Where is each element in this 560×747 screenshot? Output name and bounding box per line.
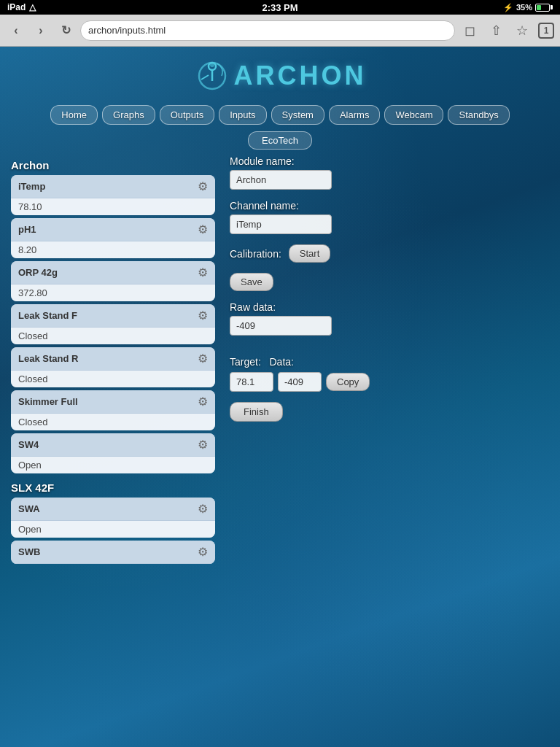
target-data-label: Target: Data: bbox=[230, 356, 549, 368]
module-name-input[interactable] bbox=[230, 170, 332, 190]
device-value-leakf: Closed bbox=[11, 328, 215, 344]
status-bar: iPad △ 2:33 PM ⚡ 35% bbox=[0, 0, 560, 15]
logo-text: ARCHON bbox=[234, 61, 367, 91]
raw-data-group: Raw data: bbox=[230, 301, 549, 346]
tab-count[interactable]: 1 bbox=[538, 23, 554, 39]
status-left: iPad △ bbox=[7, 2, 36, 12]
gear-icon-sw4[interactable]: ⚙ bbox=[198, 438, 208, 452]
calibration-label: Calibration: bbox=[230, 248, 281, 260]
target-value-input[interactable] bbox=[230, 372, 273, 392]
device-name-leakf: Leak Stand F bbox=[18, 310, 77, 321]
device-value-swa: Open bbox=[11, 521, 215, 538]
device-card-leakr: Leak Stand R ⚙ Closed bbox=[11, 347, 215, 387]
device-value-itemp: 78.10 bbox=[11, 198, 215, 215]
status-right: ⚡ 35% bbox=[503, 3, 553, 12]
nav-system[interactable]: System bbox=[271, 105, 324, 125]
device-panel: Archon iTemp ⚙ 78.10 pH1 ⚙ 8.20 ORP 42g … bbox=[11, 155, 215, 567]
device-card-swb: SWB ⚙ bbox=[11, 541, 215, 564]
device-card-leakf-header: Leak Stand F ⚙ bbox=[11, 304, 215, 328]
nav-outputs[interactable]: Outputs bbox=[160, 105, 215, 125]
device-card-skimmer-header: Skimmer Full ⚙ bbox=[11, 390, 215, 414]
browser-actions: ◻ ⇧ ☆ 1 bbox=[459, 20, 554, 41]
gear-icon-swb[interactable]: ⚙ bbox=[198, 545, 208, 559]
calibration-row: Calibration: Start bbox=[230, 244, 549, 263]
svg-line-3 bbox=[201, 75, 209, 80]
nav-home[interactable]: Home bbox=[50, 105, 98, 125]
nav-graphs[interactable]: Graphs bbox=[102, 105, 155, 125]
settings-panel: Module name: Channel name: Calibration: … bbox=[230, 155, 549, 567]
reload-button[interactable]: ↻ bbox=[55, 20, 76, 41]
device-name-leakr: Leak Stand R bbox=[18, 353, 78, 364]
copy-button[interactable]: Copy bbox=[326, 373, 370, 391]
time-display: 2:33 PM bbox=[262, 2, 298, 13]
device-card-itemp-header: iTemp ⚙ bbox=[11, 175, 215, 198]
nav-bar: Home Graphs Outputs Inputs System Alarms… bbox=[0, 101, 560, 128]
finish-row: Finish bbox=[230, 402, 549, 422]
device-card-swa-header: SWA ⚙ bbox=[11, 498, 215, 521]
device-value-leakr: Closed bbox=[11, 371, 215, 387]
device-card-itemp: iTemp ⚙ 78.10 bbox=[11, 175, 215, 215]
gear-icon-itemp[interactable]: ⚙ bbox=[198, 179, 208, 193]
logo-container: ARCHON bbox=[194, 58, 367, 94]
group-archon-label: Archon bbox=[11, 155, 215, 175]
gear-icon-ph1[interactable]: ⚙ bbox=[198, 222, 208, 236]
gear-icon-skimmer[interactable]: ⚙ bbox=[198, 395, 208, 409]
gear-icon-orp[interactable]: ⚙ bbox=[198, 266, 208, 279]
nav-ecotech[interactable]: EcoTech bbox=[248, 131, 312, 150]
device-value-ph1: 8.20 bbox=[11, 241, 215, 258]
device-card-skimmer: Skimmer Full ⚙ Closed bbox=[11, 390, 215, 430]
battery-percent: 35% bbox=[516, 3, 532, 12]
device-value-orp: 372.80 bbox=[11, 285, 215, 301]
nav-inputs[interactable]: Inputs bbox=[219, 105, 266, 125]
back-button[interactable]: ‹ bbox=[6, 20, 26, 41]
bookmark-button[interactable]: ☆ bbox=[512, 20, 532, 41]
browser-bar: ‹ › ↻ archon/inputs.html ◻ ⇧ ☆ 1 bbox=[0, 15, 560, 47]
wifi-icon: △ bbox=[29, 2, 36, 12]
device-card-ph1: pH1 ⚙ 8.20 bbox=[11, 218, 215, 258]
finish-button[interactable]: Finish bbox=[230, 402, 283, 422]
gear-icon-swa[interactable]: ⚙ bbox=[198, 502, 208, 516]
device-card-leakr-header: Leak Stand R ⚙ bbox=[11, 347, 215, 371]
gear-icon-leakf[interactable]: ⚙ bbox=[198, 309, 208, 322]
nav-secondary-bar: EcoTech bbox=[0, 128, 560, 155]
carrier-label: iPad bbox=[7, 2, 26, 12]
battery-indicator bbox=[535, 4, 553, 12]
nav-webcam[interactable]: Webcam bbox=[384, 105, 443, 125]
raw-data-input[interactable] bbox=[230, 316, 332, 336]
logo-icon bbox=[194, 58, 230, 94]
main-layout: Archon iTemp ⚙ 78.10 pH1 ⚙ 8.20 ORP 42g … bbox=[0, 155, 560, 567]
device-card-sw4-header: SW4 ⚙ bbox=[11, 433, 215, 457]
forward-button[interactable]: › bbox=[31, 20, 51, 41]
start-button[interactable]: Start bbox=[289, 244, 330, 263]
bluetooth-icon: ⚡ bbox=[503, 3, 513, 12]
site-header: ARCHON bbox=[0, 47, 560, 101]
module-name-group: Module name: bbox=[230, 155, 549, 190]
device-name-sw4: SW4 bbox=[18, 439, 39, 450]
device-value-skimmer: Closed bbox=[11, 414, 215, 430]
nav-standbys[interactable]: Standbys bbox=[448, 105, 509, 125]
channel-name-input[interactable] bbox=[230, 214, 332, 234]
channel-name-label: Channel name: bbox=[230, 200, 549, 212]
device-name-ph1: pH1 bbox=[18, 224, 36, 235]
share-button[interactable]: ◻ bbox=[459, 20, 480, 41]
device-name-itemp: iTemp bbox=[18, 181, 45, 192]
device-name-swb: SWB bbox=[18, 546, 40, 557]
svg-point-4 bbox=[210, 63, 214, 67]
url-bar[interactable]: archon/inputs.html bbox=[80, 20, 455, 41]
url-text: archon/inputs.html bbox=[88, 25, 166, 36]
content-area: ARCHON Home Graphs Outputs Inputs System… bbox=[0, 47, 560, 567]
save-button[interactable]: Save bbox=[230, 273, 273, 291]
gear-icon-leakr[interactable]: ⚙ bbox=[198, 352, 208, 365]
nav-alarms[interactable]: Alarms bbox=[329, 105, 380, 125]
device-card-ph1-header: pH1 ⚙ bbox=[11, 218, 215, 241]
channel-name-group: Channel name: bbox=[230, 200, 549, 234]
target-inputs: Copy bbox=[230, 372, 549, 392]
group-slx-label: SLX 42F bbox=[11, 478, 215, 498]
device-card-orp: ORP 42g ⚙ 372.80 bbox=[11, 261, 215, 301]
device-card-orp-header: ORP 42g ⚙ bbox=[11, 261, 215, 285]
module-name-label: Module name: bbox=[230, 155, 549, 167]
device-name-swa: SWA bbox=[18, 503, 40, 514]
data-value-input[interactable] bbox=[278, 372, 322, 392]
target-row: Target: Data: Copy bbox=[230, 356, 549, 392]
share-upload-button[interactable]: ⇧ bbox=[486, 20, 506, 41]
